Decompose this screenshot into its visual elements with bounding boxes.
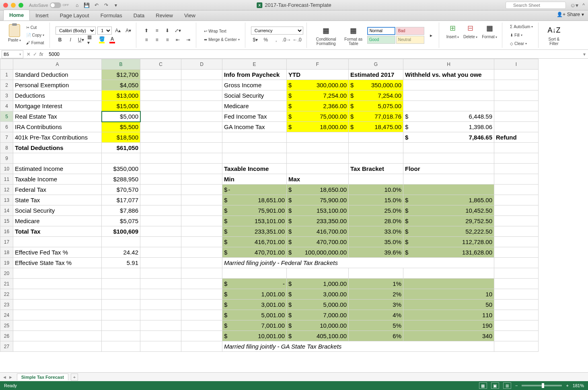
cell-D15[interactable] <box>181 216 222 226</box>
select-all-corner[interactable] <box>0 59 13 70</box>
cell-B2[interactable]: $4,050 <box>102 80 140 90</box>
formula-expand-icon[interactable]: ▾ <box>581 51 588 57</box>
cell-I17[interactable] <box>494 237 539 247</box>
fill-button[interactable]: ⬇ Fill <box>508 32 535 39</box>
close-icon[interactable] <box>3 3 8 8</box>
tab-review[interactable]: Review <box>150 10 179 21</box>
row-header-26[interactable]: 26 <box>0 331 13 341</box>
autosave-toggle[interactable]: AutoSave OFF <box>29 2 69 8</box>
cell-A6[interactable]: IRA Contributions <box>13 122 102 132</box>
qat-more-icon[interactable]: ▾ <box>113 2 119 8</box>
cell-I20[interactable] <box>494 268 539 279</box>
cell-styles-gallery[interactable]: Normal Bad Good Neutral <box>367 27 424 44</box>
cell-E11[interactable]: Min <box>222 174 287 185</box>
tab-view[interactable]: View <box>179 10 201 21</box>
border-icon[interactable]: ▦ ▾ <box>87 36 96 44</box>
cell-D3[interactable] <box>181 90 222 101</box>
cell-E23[interactable]: 3,001.00 <box>222 300 287 310</box>
cell-G23[interactable]: 3% <box>349 300 403 310</box>
cell-H26[interactable]: 340 <box>403 331 494 341</box>
cell-A17[interactable] <box>13 237 102 247</box>
cell-F13[interactable]: 75,900.00 <box>287 195 349 205</box>
cell-H18[interactable]: 131,628.00 <box>403 247 494 258</box>
smiley-icon[interactable]: ☺▾ <box>570 2 578 8</box>
cell-A1[interactable]: Standard Deduction <box>13 70 102 80</box>
cell-G22[interactable]: 2% <box>349 289 403 300</box>
cell-G12[interactable]: 10.0% <box>349 185 403 195</box>
cell-F11[interactable]: Max <box>287 174 349 185</box>
cell-B9[interactable] <box>102 153 140 164</box>
tab-nav-next-icon[interactable]: ► <box>8 375 13 380</box>
row-header-24[interactable]: 24 <box>0 310 13 320</box>
cell-G11[interactable] <box>349 174 403 185</box>
cell-C2[interactable] <box>140 80 181 90</box>
cell-A20[interactable] <box>13 268 102 279</box>
cell-A4[interactable]: Mortgage Interest <box>13 101 102 111</box>
cell-I2[interactable] <box>494 80 539 90</box>
col-header-A[interactable]: A <box>13 59 102 70</box>
style-normal[interactable]: Normal <box>367 27 395 35</box>
cell-G16[interactable]: 33.0% <box>349 226 403 237</box>
cell-B26[interactable] <box>102 331 140 341</box>
cell-D18[interactable] <box>181 247 222 258</box>
align-middle-icon[interactable]: ≡ <box>152 27 161 35</box>
font-size-select[interactable]: 12 <box>97 27 112 35</box>
style-bad[interactable]: Bad <box>396 27 424 35</box>
cell-E10[interactable]: Taxable Income <box>222 164 287 174</box>
style-good[interactable]: Good <box>367 36 395 44</box>
cell-A2[interactable]: Personal Exemption <box>13 80 102 90</box>
cell-F5[interactable]: 75,000.00 <box>287 111 349 122</box>
cell-H4[interactable] <box>403 101 494 111</box>
row-header-15[interactable]: 15 <box>0 216 13 226</box>
cell-G26[interactable]: 6% <box>349 331 403 341</box>
cell-A15[interactable]: Medicare <box>13 216 102 226</box>
add-sheet-button[interactable]: + <box>71 374 78 381</box>
cell-D17[interactable] <box>181 237 222 247</box>
cell-H3[interactable] <box>403 90 494 101</box>
row-header-13[interactable]: 13 <box>0 195 13 205</box>
ribbon-collapse-icon[interactable]: ^ <box>582 2 585 8</box>
cell-D7[interactable] <box>181 132 222 143</box>
align-left-icon[interactable]: ≡ <box>142 36 151 44</box>
cell-I5[interactable] <box>494 111 539 122</box>
cell-E6[interactable]: GA Income Tax <box>222 122 287 132</box>
row-header-3[interactable]: 3 <box>0 90 13 101</box>
minimize-icon[interactable] <box>11 3 16 8</box>
cell-A13[interactable]: State Tax <box>13 195 102 205</box>
cell-E25[interactable]: 7,001.00 <box>222 320 287 331</box>
tab-insert[interactable]: Insert <box>30 10 54 21</box>
cell-G1[interactable]: Estimated 2017 <box>349 70 403 80</box>
cell-A23[interactable] <box>13 300 102 310</box>
cell-B5[interactable]: $5,000 <box>102 111 140 122</box>
cell-B16[interactable]: $100,609 <box>102 226 140 237</box>
cell-C13[interactable] <box>140 195 181 205</box>
tab-nav-prev-icon[interactable]: ◄ <box>2 375 7 380</box>
page-break-view-icon[interactable]: ⊞ <box>503 382 511 389</box>
row-header-16[interactable]: 16 <box>0 226 13 237</box>
italic-icon[interactable]: I <box>66 36 75 44</box>
sheet-tab-active[interactable]: Simple Tax Forecast <box>17 374 68 380</box>
cell-F6[interactable]: 18,000.00 <box>287 122 349 132</box>
cell-C9[interactable] <box>140 153 181 164</box>
col-header-F[interactable]: F <box>287 59 349 70</box>
row-header-7[interactable]: 7 <box>0 132 13 143</box>
cell-I16[interactable] <box>494 226 539 237</box>
cell-C4[interactable] <box>140 101 181 111</box>
cell-I22[interactable] <box>494 289 539 300</box>
cell-E5[interactable]: Fed Income Tax <box>222 111 287 122</box>
cell-I21[interactable] <box>494 279 539 289</box>
cell-G8[interactable] <box>349 143 403 153</box>
cell-B24[interactable] <box>102 310 140 320</box>
font-color-icon[interactable]: A <box>108 36 117 44</box>
cell-F17[interactable]: 470,700.00 <box>287 237 349 247</box>
cell-D9[interactable] <box>181 153 222 164</box>
cell-I10[interactable] <box>494 164 539 174</box>
cell-I12[interactable] <box>494 185 539 195</box>
cell-G5[interactable]: 77,018.76 <box>349 111 403 122</box>
cell-G4[interactable]: 5,075.00 <box>349 101 403 111</box>
cell-I3[interactable] <box>494 90 539 101</box>
cell-D22[interactable] <box>181 289 222 300</box>
cell-D14[interactable] <box>181 205 222 216</box>
cell-D19[interactable] <box>181 258 222 268</box>
cell-A3[interactable]: Deductions <box>13 90 102 101</box>
